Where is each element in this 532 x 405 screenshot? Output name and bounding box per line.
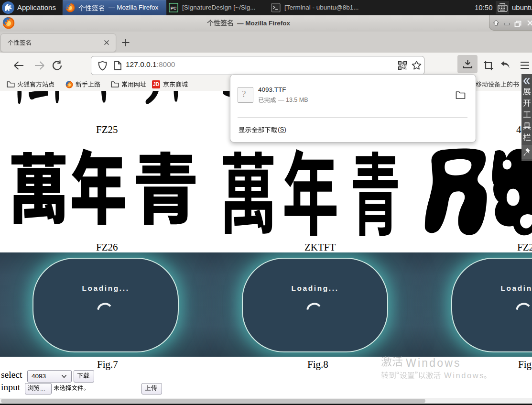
- svg-text:PC: PC: [171, 6, 177, 11]
